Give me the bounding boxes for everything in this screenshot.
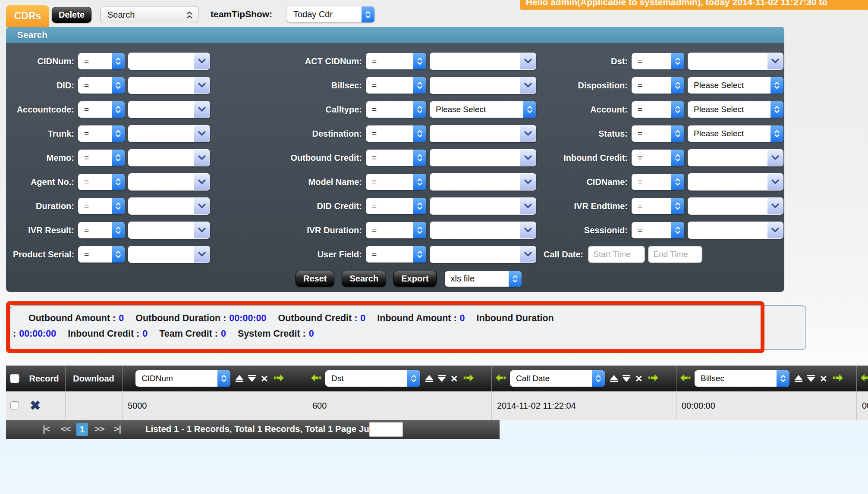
search-op-select[interactable]: = <box>366 198 426 214</box>
remove-column-icon[interactable]: ✕ <box>820 374 827 383</box>
jump-to-page-input[interactable] <box>369 422 403 437</box>
search-op-select[interactable]: = <box>78 53 125 69</box>
chevron-down-icon[interactable] <box>520 246 536 263</box>
export-button[interactable]: Export <box>393 271 436 287</box>
chevron-down-icon[interactable] <box>194 53 210 69</box>
chevron-down-icon[interactable] <box>520 222 536 238</box>
chevron-down-icon[interactable] <box>520 125 536 142</box>
move-column-left-icon[interactable] <box>495 373 506 384</box>
search-value-select[interactable]: Please Select <box>688 77 783 94</box>
search-value-select[interactable]: Please Select <box>430 101 536 118</box>
search-op-select[interactable]: = <box>366 222 426 238</box>
search-value-select[interactable]: Please Select <box>688 125 783 142</box>
column-field-select[interactable]: Billsec <box>695 370 789 387</box>
search-op-select[interactable]: = <box>78 101 125 118</box>
reset-button[interactable]: Reset <box>296 271 334 287</box>
sort-asc-icon[interactable] <box>610 375 618 382</box>
search-value-combo[interactable] <box>128 222 210 239</box>
chevron-down-icon[interactable] <box>520 198 536 214</box>
move-column-right-icon[interactable] <box>273 373 285 384</box>
call-date-start-input[interactable] <box>588 246 645 263</box>
search-value-combo[interactable] <box>430 149 536 166</box>
move-column-left-icon[interactable] <box>310 373 322 384</box>
search-value-select[interactable]: Please Select <box>688 101 783 118</box>
first-page-button[interactable]: |< <box>43 424 50 434</box>
chevron-down-icon[interactable] <box>194 198 210 214</box>
tab-cdrs[interactable]: CDRs <box>6 5 49 27</box>
search-op-select[interactable]: = <box>366 53 426 69</box>
search-value-combo[interactable] <box>128 246 210 263</box>
search-op-select[interactable]: = <box>632 198 684 214</box>
move-column-left-icon[interactable] <box>679 373 691 384</box>
search-value-combo[interactable] <box>688 173 783 191</box>
export-format-select[interactable]: xls file <box>445 271 522 287</box>
remove-column-icon[interactable]: ✕ <box>635 374 643 383</box>
sort-asc-icon[interactable] <box>236 375 243 382</box>
search-op-select[interactable]: = <box>78 77 125 94</box>
chevron-down-icon[interactable] <box>520 150 536 166</box>
search-value-combo[interactable] <box>688 53 783 70</box>
move-column-left-icon[interactable] <box>860 373 868 384</box>
sort-desc-icon[interactable] <box>807 375 815 382</box>
search-op-select[interactable]: = <box>366 246 426 263</box>
search-value-combo[interactable] <box>128 173 210 191</box>
search-op-select[interactable]: = <box>78 246 125 263</box>
chevron-down-icon[interactable] <box>520 77 536 94</box>
search-op-select[interactable]: = <box>632 77 684 94</box>
search-op-select[interactable]: = <box>366 125 426 142</box>
remove-column-icon[interactable]: ✕ <box>261 374 268 383</box>
sort-asc-icon[interactable] <box>795 375 802 382</box>
search-value-combo[interactable] <box>430 173 536 191</box>
prev-page-button[interactable]: << <box>61 424 71 434</box>
move-column-right-icon[interactable] <box>832 373 844 384</box>
select-all-checkbox[interactable] <box>10 374 19 383</box>
move-column-right-icon[interactable] <box>463 373 475 384</box>
chevron-down-icon[interactable] <box>520 53 536 69</box>
search-value-combo[interactable] <box>128 77 210 94</box>
search-value-combo[interactable] <box>430 53 536 70</box>
search-value-combo[interactable] <box>128 101 210 118</box>
search-button[interactable]: Search <box>342 271 386 287</box>
search-op-select[interactable]: = <box>632 125 684 142</box>
column-field-select[interactable]: Call Date <box>510 370 605 387</box>
search-op-select[interactable]: = <box>366 77 426 94</box>
search-op-select[interactable]: = <box>632 53 684 69</box>
team-tip-select[interactable]: Today Cdr <box>287 6 374 22</box>
search-value-combo[interactable] <box>430 222 536 239</box>
search-op-select[interactable]: = <box>78 125 125 142</box>
chevron-down-icon[interactable] <box>520 174 536 190</box>
search-op-select[interactable]: = <box>78 174 125 190</box>
next-page-button[interactable]: >> <box>94 424 104 434</box>
search-value-combo[interactable] <box>128 53 210 70</box>
chevron-down-icon[interactable] <box>767 150 783 166</box>
search-value-combo[interactable] <box>688 149 783 166</box>
search-op-select[interactable]: = <box>366 150 426 166</box>
chevron-down-icon[interactable] <box>194 150 210 166</box>
chevron-down-icon[interactable] <box>194 246 210 263</box>
search-value-combo[interactable] <box>430 197 536 215</box>
search-op-select[interactable]: = <box>78 222 125 238</box>
chevron-down-icon[interactable] <box>767 174 783 190</box>
move-column-right-icon[interactable] <box>648 373 659 384</box>
call-date-end-input[interactable] <box>648 246 702 263</box>
chevron-down-icon[interactable] <box>194 222 210 238</box>
search-op-select[interactable]: = <box>632 150 684 166</box>
sort-asc-icon[interactable] <box>425 375 433 382</box>
row-checkbox[interactable] <box>10 401 19 410</box>
search-op-select[interactable]: = <box>78 150 125 166</box>
column-field-select[interactable]: Dst <box>325 370 420 387</box>
last-page-button[interactable]: >| <box>114 424 121 434</box>
search-value-combo[interactable] <box>688 197 783 215</box>
chevron-down-icon[interactable] <box>194 174 210 190</box>
current-page-badge[interactable]: 1 <box>76 423 88 436</box>
delete-button[interactable]: Delete <box>52 7 91 23</box>
search-value-combo[interactable] <box>128 197 210 215</box>
search-op-select[interactable]: = <box>78 198 125 214</box>
search-op-select[interactable]: = <box>366 174 426 190</box>
search-value-combo[interactable] <box>688 222 783 239</box>
chevron-down-icon[interactable] <box>194 101 210 118</box>
chevron-down-icon[interactable] <box>194 125 210 142</box>
remove-column-icon[interactable]: ✕ <box>450 374 458 383</box>
sort-desc-icon[interactable] <box>438 375 446 382</box>
column-field-select[interactable]: CIDNum <box>135 370 230 387</box>
